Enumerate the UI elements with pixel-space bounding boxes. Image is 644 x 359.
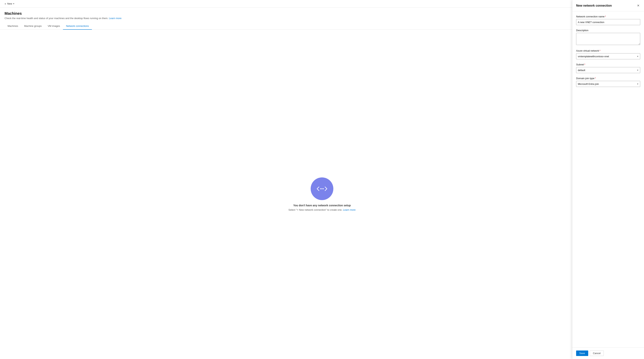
panel-footer: Save Cancel (572, 347, 644, 359)
tabs-bar: Machines Machine groups VM images Networ… (0, 23, 644, 30)
azure-vnet-group: Azure virtual network* vmtemplatewithcon… (576, 49, 640, 59)
panel-title: New network connection (576, 4, 612, 7)
connection-name-group: Network connection name* (576, 15, 640, 25)
panel-header: New network connection ✕ (572, 0, 644, 11)
domain-join-select-wrapper: Microsoft Entra joinActive Directory joi… (576, 81, 640, 87)
required-star-vnet: * (600, 49, 600, 52)
tab-vm-images[interactable]: VM images (44, 23, 63, 30)
save-button[interactable]: Save (576, 351, 588, 356)
azure-vnet-label: Azure virtual network* (576, 49, 640, 52)
page-subtitle: Check the real-time health and status of… (4, 17, 640, 20)
description-group: Description (576, 29, 640, 45)
tab-machines[interactable]: Machines (4, 23, 21, 30)
empty-learn-more-link[interactable]: Learn more (343, 208, 356, 211)
top-bar: + New ▾ (0, 0, 644, 7)
svg-point-1 (322, 188, 322, 189)
connection-name-input[interactable] (576, 19, 640, 25)
required-star-domain: * (595, 77, 596, 80)
domain-join-label: Domain join type* (576, 77, 640, 80)
azure-vnet-select-wrapper: vmtemplatewithcontoso-vnet ▾ (576, 53, 640, 59)
panel-close-button[interactable]: ✕ (636, 3, 640, 8)
new-button[interactable]: + New ▾ (3, 1, 16, 6)
cancel-button[interactable]: Cancel (590, 351, 604, 356)
chevron-down-icon: ▾ (13, 3, 14, 5)
empty-subtitle: Select "+ New network connection" to cre… (288, 208, 356, 211)
network-icon (316, 186, 328, 192)
learn-more-link[interactable]: Learn more (109, 17, 122, 20)
tab-machine-groups[interactable]: Machine groups (21, 23, 45, 30)
subnet-select[interactable]: default (576, 67, 640, 73)
new-network-connection-panel: New network connection ✕ Network connect… (572, 0, 644, 359)
domain-join-select[interactable]: Microsoft Entra joinActive Directory joi… (576, 81, 640, 87)
description-label: Description (576, 29, 640, 32)
page-title: Machines (4, 11, 640, 16)
subnet-select-wrapper: default ▾ (576, 67, 640, 73)
domain-join-group: Domain join type* Microsoft Entra joinAc… (576, 77, 640, 87)
panel-body: Network connection name* Description Azu… (572, 11, 644, 347)
plus-icon: + (4, 2, 6, 5)
network-icon-circle (311, 177, 333, 200)
subnet-group: Subnet* default ▾ (576, 63, 640, 73)
azure-vnet-select[interactable]: vmtemplatewithcontoso-vnet (576, 53, 640, 59)
tab-network-connections[interactable]: Network connections (63, 23, 92, 30)
required-star: * (605, 15, 606, 18)
svg-point-2 (323, 188, 324, 189)
connection-name-label: Network connection name* (576, 15, 640, 18)
new-button-label: New (7, 2, 12, 5)
required-star-subnet: * (584, 63, 585, 66)
page-header: Machines Check the real-time health and … (0, 7, 644, 20)
empty-state: You don't have any network connection se… (0, 30, 644, 359)
empty-title: You don't have any network connection se… (293, 204, 351, 207)
subnet-label: Subnet* (576, 63, 640, 66)
description-textarea[interactable] (576, 33, 640, 45)
svg-point-0 (320, 188, 321, 189)
